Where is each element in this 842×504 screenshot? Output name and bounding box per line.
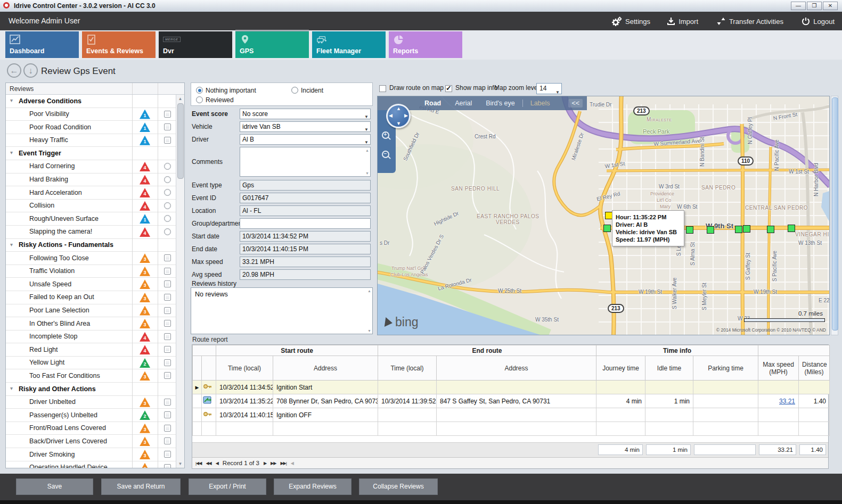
review-row[interactable]: ▾ Rough/Uneven Surface Rough/Uneven Surf…	[6, 212, 177, 226]
collapse-caret-icon[interactable]: ▾	[10, 97, 13, 103]
review-row[interactable]: ▾ Collision Collision 4	[6, 200, 177, 213]
tab-reports[interactable]: Reports	[389, 31, 462, 58]
review-row[interactable]: ▾ Traffic Violation Traffic Violation 3	[6, 265, 177, 278]
driver-select[interactable]: Al B▼	[240, 134, 371, 145]
col-max-speed[interactable]: Max speed (MPH)	[758, 356, 799, 381]
minimize-button[interactable]: —	[791, 2, 806, 10]
settings-button[interactable]: Settings	[611, 15, 650, 27]
review-row[interactable]: ▾ Yellow Light Yellow Light 2	[6, 357, 177, 370]
comments-textarea[interactable]: ▲ ▼	[240, 147, 371, 177]
review-select-control[interactable]	[164, 176, 171, 183]
gps-point-marker[interactable]	[686, 226, 693, 234]
nav-first-icon[interactable]: |◀◀	[195, 461, 201, 466]
col-journey-time[interactable]: Journey time	[596, 356, 645, 381]
review-select-control[interactable]	[164, 111, 171, 118]
map-style-road[interactable]: Road	[424, 100, 441, 107]
map-zoom-select[interactable]: 14▼	[536, 83, 562, 94]
collapse-caret-icon[interactable]: ▾	[10, 242, 13, 247]
gps-point-marker[interactable]	[743, 225, 750, 233]
col-start-time[interactable]: Time (local)	[216, 356, 273, 381]
selected-gps-marker[interactable]	[605, 212, 612, 219]
review-select-control[interactable]	[164, 346, 171, 353]
review-row[interactable]: ▾ Hard Acceleration Hard Acceleration 4	[6, 186, 177, 200]
review-select-control[interactable]	[164, 372, 171, 379]
reviews-scrollbar[interactable]: ▲ ▼	[176, 95, 184, 468]
scrollbar-thumb[interactable]	[177, 103, 184, 179]
radio-incident-label[interactable]: Incident	[301, 87, 323, 94]
review-select-control[interactable]	[164, 163, 171, 170]
radio-incident[interactable]	[291, 87, 298, 94]
review-row[interactable]: ▾ Event Trigger Event Trigger	[6, 147, 177, 160]
review-select-control[interactable]	[164, 333, 171, 340]
nav-next-icon[interactable]: ▶	[264, 461, 266, 466]
bing-map[interactable]: Trudie Drest Rd EMiralestePeck ParkCrest…	[377, 96, 830, 335]
map-style-labels[interactable]: Labels	[530, 100, 550, 107]
map-style-birdseye[interactable]: Bird's eye	[486, 100, 515, 107]
review-select-control[interactable]	[164, 399, 171, 406]
scroll-up-icon[interactable]: ▲	[176, 96, 184, 101]
collapse-caret-icon[interactable]: ▾	[10, 150, 13, 155]
nav-prev-page-icon[interactable]: ◀◀	[206, 461, 211, 466]
review-row[interactable]: ▾ Poor Road Condition Poor Road Conditio…	[6, 121, 177, 134]
review-row[interactable]: ▾ Hard Cornering Hard Cornering 4	[6, 160, 177, 173]
radio-nothing-important-label[interactable]: Nothing important	[206, 87, 256, 94]
col-group-end-route[interactable]: End route	[378, 345, 596, 356]
review-select-control[interactable]	[164, 411, 171, 418]
tab-fleet-manager[interactable]: Fleet Manager	[312, 31, 386, 58]
review-row[interactable]: ▾ Slapping the camera! Slapping the came…	[6, 226, 177, 239]
zoom-out-icon[interactable]: −	[382, 151, 389, 158]
map-bar-collapse-button[interactable]: <<	[568, 99, 583, 108]
tab-gps[interactable]: GPS	[235, 31, 309, 58]
col-distance[interactable]: Distance (Miles)	[799, 356, 830, 381]
review-row[interactable]: ▾ Red Light Red Light 4	[6, 343, 177, 357]
export-print-button[interactable]: Export / Print	[189, 478, 266, 495]
tab-dashboard[interactable]: Dashboard	[5, 31, 79, 58]
col-parking-time[interactable]: Parking time	[693, 356, 758, 381]
col-end-time[interactable]: Time (local)	[378, 356, 437, 381]
col-group-start-route[interactable]: Start route	[216, 345, 378, 356]
save-and-return-button[interactable]: Save and Return	[101, 478, 181, 495]
review-select-control[interactable]	[164, 359, 171, 366]
gps-point-marker[interactable]	[603, 225, 611, 232]
review-row[interactable]: ▾ Hard Braking Hard Braking 4	[6, 173, 177, 187]
review-row[interactable]: ▾ Unsafe Speed Unsafe Speed 3	[6, 278, 177, 291]
review-select-control[interactable]	[164, 268, 171, 275]
review-select-control[interactable]	[164, 280, 171, 287]
review-row[interactable]: ▾ Poor Lane Selection Poor Lane Selectio…	[6, 304, 177, 318]
review-row[interactable]: ▾ Operating Handled Device Operating Han…	[6, 461, 177, 468]
review-row[interactable]: ▾ Passenger(s) Unbelted Passenger(s) Unb…	[6, 409, 177, 422]
save-button[interactable]: Save	[16, 478, 93, 495]
review-row[interactable]: ▾ Poor Visibility Poor Visibility 1	[6, 108, 177, 121]
review-select-control[interactable]	[164, 228, 171, 235]
review-row[interactable]: ▾ Risky and Other Actions Risky and Othe…	[6, 383, 177, 396]
nav-prev-icon[interactable]: ◀	[216, 461, 218, 466]
review-row[interactable]: ▾ Back/Driver Lens Covered Back/Driver L…	[6, 435, 177, 448]
review-select-control[interactable]	[164, 215, 171, 222]
review-select-control[interactable]	[164, 123, 171, 130]
col-start-address[interactable]: Address	[273, 356, 378, 381]
route-row-ignition-off[interactable]: 10/3/2014 11:40:15 PM Ignition OFF	[193, 408, 830, 422]
close-button[interactable]: ✕	[823, 2, 838, 10]
review-row[interactable]: ▾ Too Fast For Conditions Too Fast For C…	[6, 369, 177, 383]
review-select-control[interactable]	[164, 320, 171, 327]
gps-point-marker[interactable]	[788, 225, 795, 232]
draw-route-label[interactable]: Draw route on map	[389, 84, 444, 92]
scrollbar-thumb[interactable]	[832, 97, 838, 331]
review-row[interactable]: ▾ Failed to Keep an Out Failed to Keep a…	[6, 291, 177, 304]
import-button[interactable]: Import	[667, 15, 698, 27]
review-row[interactable]: ▾ Driver Smoking Driver Smoking 3	[6, 448, 177, 461]
gps-point-marker[interactable]	[767, 226, 774, 233]
review-row[interactable]: ▾ Driver Unbelted Driver Unbelted 3	[6, 396, 177, 409]
expand-reviews-button[interactable]: Expand Reviews	[274, 478, 351, 495]
group-department-field[interactable]	[240, 218, 371, 229]
maximize-button[interactable]: ❐	[807, 2, 822, 10]
review-select-control[interactable]	[164, 464, 171, 468]
review-select-control[interactable]	[164, 254, 171, 261]
review-row[interactable]: ▾ Heavy Traffic Heavy Traffic 1	[6, 134, 177, 147]
review-select-control[interactable]	[164, 451, 171, 458]
gps-point-marker[interactable]	[735, 226, 742, 233]
gps-point-marker[interactable]	[707, 226, 714, 234]
col-end-address[interactable]: Address	[437, 356, 596, 381]
review-select-control[interactable]	[164, 437, 171, 444]
max-speed-link[interactable]: 33.21	[779, 398, 795, 405]
